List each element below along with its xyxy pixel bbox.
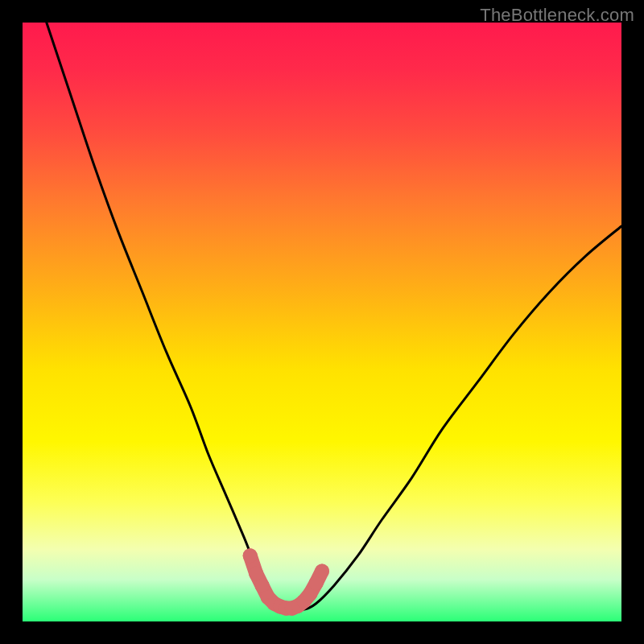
- valley-marker: [243, 548, 258, 563]
- plot-area: [23, 23, 621, 621]
- curve-svg: [23, 23, 621, 621]
- valley-markers: [243, 548, 329, 615]
- watermark-text: TheBottleneck.com: [480, 5, 634, 26]
- outer-frame: TheBottleneck.com: [0, 0, 644, 644]
- bottleneck-curve: [47, 23, 621, 610]
- valley-marker: [315, 564, 329, 579]
